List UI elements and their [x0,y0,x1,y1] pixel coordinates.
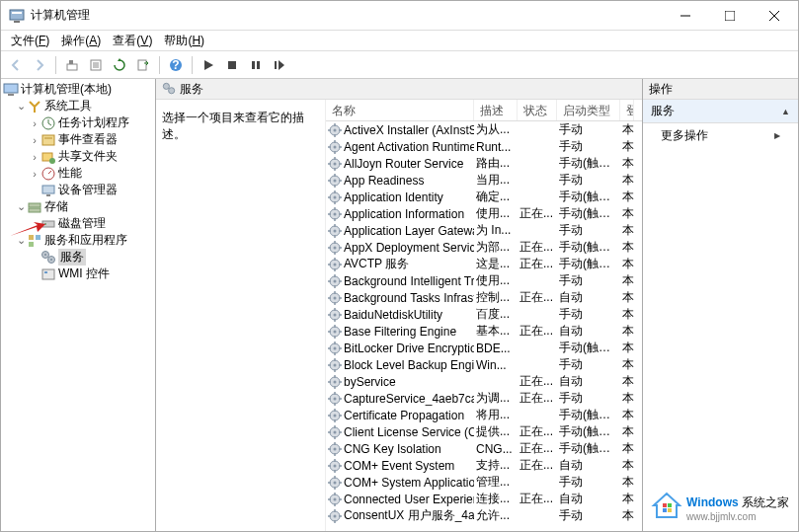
tree-event-viewer[interactable]: › 事件查看器 [3,131,153,148]
column-name[interactable]: 名称 [326,100,474,120]
stop-service-button[interactable] [221,54,243,76]
expand-icon[interactable]: › [29,117,40,129]
service-row[interactable]: Background Tasks Infrastru...控制...正在...自… [326,289,642,306]
column-startup[interactable]: 启动类型 [557,100,620,120]
service-logon: 本 [620,155,634,172]
center-panel: 服务 选择一个项目来查看它的描述。 名称 描述 状态 启动类型 登 Active… [156,79,643,531]
actions-header: 操作 [643,79,798,100]
service-desc: Win... [474,358,518,372]
tree-system-tools[interactable]: ⌄ 系统工具 [3,98,153,114]
column-logon[interactable]: 登 [620,100,634,120]
export-button[interactable] [132,54,154,76]
help-button[interactable]: ? [165,54,187,76]
tree-storage[interactable]: ⌄ 存储 [3,198,153,215]
svg-rect-0 [10,10,24,20]
maximize-button[interactable] [707,2,752,30]
gear-icon [328,325,342,339]
service-row[interactable]: BitLocker Drive Encryption ...BDE...手动(触… [326,340,642,356]
gear-icon [328,140,342,154]
restart-service-button[interactable] [269,54,290,76]
tree-task-scheduler[interactable]: › 任务计划程序 [3,114,153,131]
service-name: CNG Key Isolation [344,442,441,456]
service-startup: 手动 [557,222,620,239]
gear-icon [328,409,342,422]
service-row[interactable]: COM+ Event System支持...正在...自动本 [326,457,642,474]
gear-icon [328,459,342,473]
menubar: 文件(F) 操作(A) 查看(V) 帮助(H) [1,31,798,51]
actions-more[interactable]: 更多操作 ▶ [643,123,798,148]
service-row[interactable]: BaiduNetdiskUtility百度...手动本 [326,306,642,323]
service-status: 正在... [518,491,557,507]
expand-icon[interactable]: › [29,134,40,146]
service-row[interactable]: ActiveX Installer (AxInstSV)为从...手动本 [326,121,642,138]
tree-device-manager[interactable]: 设备管理器 [3,182,153,198]
properties-button[interactable] [85,54,107,76]
service-logon: 本 [620,440,634,457]
service-status: 正在... [518,373,557,390]
service-row[interactable]: Certificate Propagation将用...手动(触发...本 [326,407,642,423]
refresh-button[interactable] [109,54,130,76]
service-row[interactable]: AppX Deployment Service ...为部...正在...手动(… [326,239,642,256]
start-service-button[interactable] [198,54,219,76]
service-desc: 允许... [474,507,518,524]
service-row[interactable]: App Readiness当用...手动本 [326,172,642,189]
service-row[interactable]: AVCTP 服务这是...正在...手动(触发...本 [326,256,642,272]
toolbar-separator [192,56,193,74]
column-status[interactable]: 状态 [518,100,557,120]
gear-icon [328,442,342,456]
back-button[interactable] [5,54,27,76]
storage-icon [27,199,42,215]
actions-section-services[interactable]: 服务 ▲ [643,100,798,123]
svg-point-106 [334,296,337,299]
service-row[interactable]: Client License Service (Clip...提供...正在..… [326,423,642,440]
services-list: 名称 描述 状态 启动类型 登 ActiveX Installer (AxIns… [326,100,642,531]
up-button[interactable] [61,54,83,76]
close-button[interactable] [752,2,796,30]
column-description[interactable]: 描述 [474,100,518,120]
tree-services[interactable]: 服务 [3,249,153,266]
svg-rect-4 [725,11,735,21]
menu-help[interactable]: 帮助(H) [158,31,210,51]
service-row[interactable]: CNG Key IsolationCNG...正在...手动(触发...本 [326,440,642,457]
service-row[interactable]: ConsentUX 用户服务_4aeb...允许...手动本 [326,507,642,524]
pause-service-button[interactable] [245,54,267,76]
service-startup: 手动(触发... [557,239,620,256]
service-row[interactable]: Base Filtering Engine基本...正在...自动本 [326,323,642,340]
menu-action[interactable]: 操作(A) [55,31,107,51]
tree-performance[interactable]: › 性能 [3,165,153,182]
service-row[interactable]: CaptureService_4aeb7ca为调...正在...手动本 [326,390,642,407]
tree-wmi[interactable]: WMI 控件 [3,266,153,282]
collapse-icon[interactable]: ⌄ [15,200,27,213]
service-row[interactable]: Connected User Experienc...连接...正在...自动本 [326,491,642,507]
tree-shared-folders[interactable]: › 共享文件夹 [3,148,153,165]
service-startup: 手动(触发... [557,256,620,272]
watermark-brand: Windows 系统之家 [686,493,789,511]
service-desc: 这是... [474,256,518,272]
service-row[interactable]: byService正在...自动本 [326,373,642,390]
service-row[interactable]: Agent Activation Runtime_...Runt...手动本 [326,138,642,155]
svg-point-64 [334,179,337,182]
service-row[interactable]: Application Information使用...正在...手动(触发..… [326,205,642,222]
service-name: COM+ Event System [344,459,454,473]
service-name: Agent Activation Runtime_... [344,140,474,154]
chevron-right-icon: ▶ [774,131,780,140]
gear-icon [328,425,342,439]
service-row[interactable]: Application Identity确定...手动(触发...本 [326,189,642,205]
expand-icon[interactable]: › [29,168,40,180]
service-row[interactable]: Application Layer Gateway ...为 In...手动本 [326,222,642,239]
forward-button[interactable] [29,54,50,76]
service-startup: 自动 [557,457,620,474]
service-row[interactable]: Block Level Backup Engine ...Win...手动本 [326,356,642,373]
svg-rect-30 [29,203,40,207]
svg-point-100 [334,279,337,282]
collapse-icon[interactable]: ⌄ [15,100,27,113]
service-row[interactable]: AllJoyn Router Service路由...手动(触发...本 [326,155,642,172]
minimize-button[interactable] [663,2,707,30]
menu-file[interactable]: 文件(F) [5,31,55,51]
expand-icon[interactable]: › [29,151,40,163]
tree-root[interactable]: 计算机管理(本地) [3,81,153,98]
service-row[interactable]: Background Intelligent Tra...使用...手动本 [326,272,642,289]
service-name: CaptureService_4aeb7ca [344,392,474,406]
service-row[interactable]: COM+ System Application管理...手动本 [326,474,642,491]
menu-view[interactable]: 查看(V) [107,31,158,51]
